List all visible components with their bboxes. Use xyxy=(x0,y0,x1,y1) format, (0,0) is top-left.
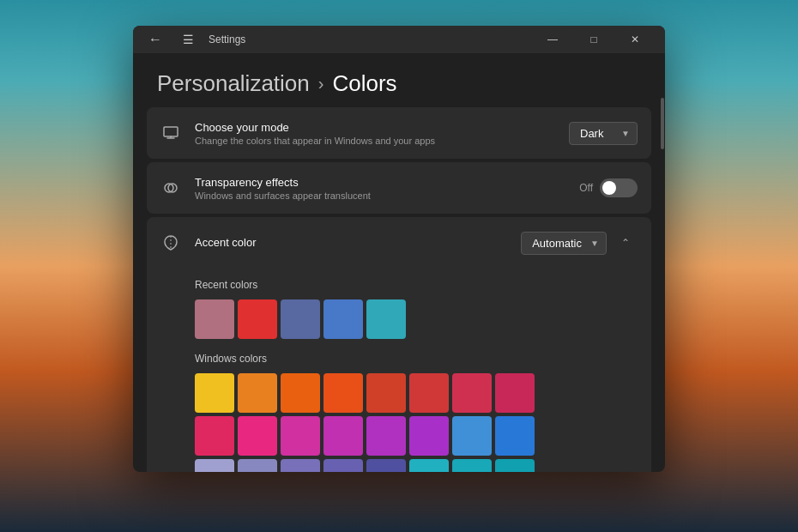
transparency-control: Off xyxy=(579,178,638,197)
mode-control: Dark ▼ xyxy=(569,122,638,145)
windows-colors-label: Windows colors xyxy=(195,353,638,365)
windows-color-swatch-r1-6[interactable] xyxy=(452,416,492,456)
accent-expanded-panel: Recent colors Windows colors xyxy=(147,269,651,472)
windows-color-swatch-r2-3[interactable] xyxy=(323,459,363,472)
windows-color-swatch-r2-7[interactable] xyxy=(495,459,535,472)
windows-color-swatch-r1-2[interactable] xyxy=(281,416,320,456)
windows-color-swatch-r0-6[interactable] xyxy=(452,373,492,413)
transparency-text: Transparency effects Windows and surface… xyxy=(195,176,565,201)
transparency-title: Transparency effects xyxy=(195,176,565,189)
scrollbar-thumb xyxy=(661,98,664,149)
windows-colors-row1 xyxy=(195,373,638,413)
recent-color-swatch-1[interactable] xyxy=(238,299,277,339)
mode-description: Change the colors that appear in Windows… xyxy=(195,136,555,146)
accent-title: Accent color xyxy=(195,236,507,249)
titlebar-controls: — □ ✕ xyxy=(533,26,655,53)
windows-color-swatch-r1-5[interactable] xyxy=(409,416,449,456)
windows-color-swatch-r1-7[interactable] xyxy=(495,416,535,456)
chevron-down-icon: ▼ xyxy=(590,239,599,248)
transparency-toggle[interactable] xyxy=(600,178,638,197)
recent-color-swatch-3[interactable] xyxy=(323,299,363,339)
accent-dropdown[interactable]: Automatic ▼ xyxy=(521,232,607,255)
windows-colors-row3 xyxy=(195,459,638,472)
transparency-icon xyxy=(160,178,181,198)
chevron-down-icon: ▼ xyxy=(621,129,630,138)
windows-color-swatch-r1-1[interactable] xyxy=(238,416,277,456)
recent-color-swatch-2[interactable] xyxy=(281,299,320,339)
breadcrumb-separator: › xyxy=(318,74,324,94)
transparency-description: Windows and surfaces appear translucent xyxy=(195,190,565,201)
hamburger-icon[interactable]: ☰ xyxy=(176,27,200,51)
page-header: Personalization › Colors xyxy=(133,53,665,107)
mode-dropdown[interactable]: Dark ▼ xyxy=(569,122,638,145)
windows-color-swatch-r2-4[interactable] xyxy=(366,459,406,472)
windows-colors-row2 xyxy=(195,416,638,456)
toggle-knob xyxy=(602,181,616,195)
settings-list: Choose your mode Change the colors that … xyxy=(133,107,665,472)
recent-colors-grid xyxy=(195,299,638,339)
accent-setting-row: Accent color Automatic ▼ ⌃ xyxy=(147,217,651,269)
breadcrumb-parent[interactable]: Personalization xyxy=(157,70,310,97)
transparency-value: Off xyxy=(579,182,593,194)
mode-icon xyxy=(160,123,181,143)
breadcrumb-current: Colors xyxy=(332,70,396,97)
accent-controls: Automatic ▼ ⌃ xyxy=(521,231,638,255)
accent-text: Accent color xyxy=(195,236,507,251)
windows-color-swatch-r2-2[interactable] xyxy=(281,459,320,472)
mode-text: Choose your mode Change the colors that … xyxy=(195,121,555,146)
accent-collapse-button[interactable]: ⌃ xyxy=(614,231,638,255)
recent-colors-label: Recent colors xyxy=(195,279,638,291)
svg-rect-0 xyxy=(164,127,178,136)
windows-color-swatch-r1-3[interactable] xyxy=(323,416,363,456)
transparency-setting-row: Transparency effects Windows and surface… xyxy=(147,162,651,214)
windows-color-swatch-r0-7[interactable] xyxy=(495,373,535,413)
scrollbar[interactable] xyxy=(660,94,665,472)
windows-color-swatch-r2-6[interactable] xyxy=(452,459,492,472)
titlebar-title: Settings xyxy=(209,33,245,45)
breadcrumb: Personalization › Colors xyxy=(157,70,641,97)
windows-color-swatch-r0-4[interactable] xyxy=(366,373,406,413)
close-button[interactable]: ✕ xyxy=(615,26,655,53)
recent-color-swatch-4[interactable] xyxy=(366,299,406,339)
windows-color-swatch-r2-5[interactable] xyxy=(409,459,449,472)
mode-setting-row: Choose your mode Change the colors that … xyxy=(147,107,651,159)
minimize-button[interactable]: — xyxy=(533,26,572,53)
windows-color-swatch-r1-4[interactable] xyxy=(366,416,406,456)
windows-color-swatch-r0-3[interactable] xyxy=(323,373,363,413)
windows-color-swatch-r0-1[interactable] xyxy=(238,373,277,413)
mode-title: Choose your mode xyxy=(195,121,555,134)
windows-color-swatch-r0-0[interactable] xyxy=(195,373,234,413)
maximize-button[interactable]: □ xyxy=(574,26,614,53)
titlebar: ← ☰ Settings — □ ✕ xyxy=(133,26,665,53)
windows-color-swatch-r0-5[interactable] xyxy=(409,373,449,413)
back-button[interactable]: ← xyxy=(143,27,167,51)
accent-icon xyxy=(160,233,181,253)
windows-color-swatch-r0-2[interactable] xyxy=(281,373,320,413)
windows-color-swatch-r2-0[interactable] xyxy=(195,459,234,472)
settings-window: ← ☰ Settings — □ ✕ Personalization › Col… xyxy=(133,26,665,472)
recent-color-swatch-0[interactable] xyxy=(195,299,234,339)
titlebar-left: ← ☰ Settings xyxy=(143,27,533,51)
windows-color-swatch-r2-1[interactable] xyxy=(238,459,277,472)
windows-color-swatch-r1-0[interactable] xyxy=(195,416,234,456)
